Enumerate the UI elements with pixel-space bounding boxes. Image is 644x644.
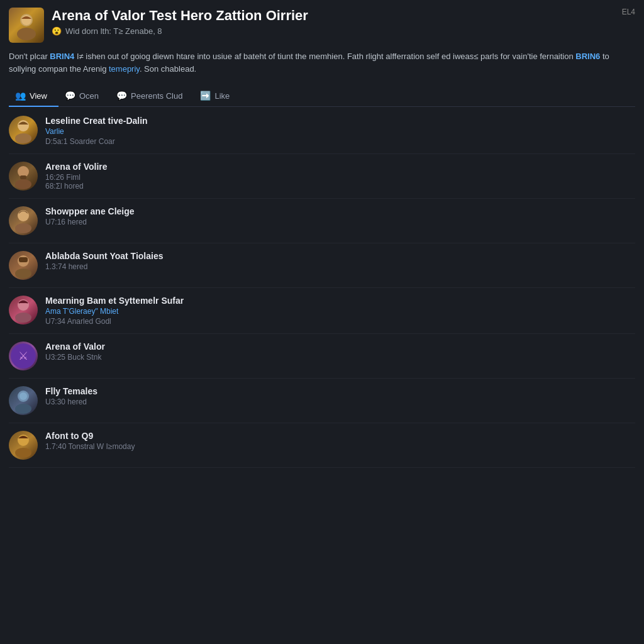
feed-item[interactable]: Flly Temales U3:30 hered: [9, 379, 635, 423]
feed-title: Afont to Q9: [45, 431, 635, 441]
header-text: Arena of Valor Test Hero Zattion Oirrier…: [52, 8, 635, 36]
tab-peerents-label: Peerents Clud: [131, 91, 182, 101]
svg-point-21: [15, 448, 31, 458]
feed-meta: 1.3:74 hered: [45, 262, 635, 271]
feed-title: Flly Temales: [45, 386, 635, 396]
feed-item[interactable]: Ablabda Sount Yoat Tiolaies 1.3:74 hered: [9, 243, 635, 288]
svg-point-19: [19, 392, 27, 400]
svg-text:⚔: ⚔: [18, 350, 28, 362]
svg-point-9: [15, 223, 31, 233]
tab-view[interactable]: 👥 View: [9, 86, 58, 107]
feed-list: Leseline Creat tive-Dalin Varlie D:5a:1 …: [9, 108, 635, 468]
avatar: [9, 162, 38, 191]
avatar: [9, 251, 38, 280]
feed-title: Leseline Creat tive-Dalin: [45, 116, 635, 126]
feed-title: Showpper ane Cleige: [45, 206, 635, 216]
tab-peerents-clud[interactable]: 💬 Peerents Clud: [110, 86, 194, 107]
tab-ocen-label: Ocen: [79, 91, 99, 101]
tab-like-label: Like: [214, 91, 230, 101]
svg-point-18: [15, 404, 31, 414]
feed-item[interactable]: Mearning Bam et Syttemelr Sufar Ama T'Gl…: [9, 288, 635, 334]
ocen-icon: 💬: [65, 91, 75, 101]
feed-title: Mearning Bam et Syttemelr Sufar: [45, 296, 635, 306]
highlight-1: ΒRIN4: [50, 52, 74, 61]
feed-meta: 16:26 Fiml: [45, 173, 635, 182]
subtitle-emoji: 😮: [52, 26, 62, 36]
highlight-2: ΒRIN6: [575, 52, 600, 61]
tab-view-label: View: [30, 91, 47, 101]
tabs-bar: 👥 View 💬 Ocen 💬 Peerents Clud ➡️ Like: [9, 86, 635, 107]
feed-meta: U3:25 Buck Stnk: [45, 353, 635, 362]
feed-content: Leseline Creat tive-Dalin Varlie D:5a:1 …: [45, 116, 635, 146]
feed-content: Arena of Volire 16:26 Fiml 68:Σl hored: [45, 162, 635, 191]
header-avatar: [9, 8, 44, 43]
svg-point-11: [15, 269, 31, 279]
feed-content: Mearning Bam et Syttemelr Sufar Ama T'Gl…: [45, 296, 635, 326]
body-text: Don't plcar ΒRIN4 I≠ ishen out of goiog …: [9, 50, 635, 75]
feed-item[interactable]: Leseline Creat tive-Dalin Varlie D:5a:1 …: [9, 108, 635, 154]
body-link[interactable]: temepriy: [109, 64, 140, 74]
subtitle-text: Wid dorn lth: T≥ Zenabe, 8: [65, 26, 162, 36]
feed-item[interactable]: Afont to Q9 1.7:40 Tonstral W I≥moday: [9, 423, 635, 468]
avatar: [9, 206, 38, 235]
feed-content: Afont to Q9 1.7:40 Tonstral W I≥moday: [45, 431, 635, 451]
feed-content: Flly Temales U3:30 hered: [45, 386, 635, 406]
svg-rect-7: [20, 175, 26, 179]
header: Arena of Valor Test Hero Zattion Oirrier…: [9, 8, 635, 43]
peerents-icon: 💬: [116, 91, 127, 101]
tab-like[interactable]: ➡️ Like: [194, 86, 241, 107]
feed-title: Ablabda Sount Yoat Tiolaies: [45, 251, 635, 261]
avatar: ⚔: [9, 341, 38, 370]
feed-item[interactable]: Arena of Volire 16:26 Fiml 68:Σl hored: [9, 154, 635, 199]
svg-point-8: [18, 210, 29, 221]
view-icon: 👥: [15, 91, 26, 101]
feed-subtitle: Ama T'Gleraey" Mbiet: [45, 307, 635, 316]
feed-subtitle: Varlie: [45, 127, 635, 136]
feed-meta: U7:16 hered: [45, 218, 635, 226]
feed-meta2: 68:Σl hored: [45, 182, 635, 191]
feed-content: Showpper ane Cleige U7:16 hered: [45, 206, 635, 226]
avatar: [9, 296, 38, 325]
avatar: [9, 116, 38, 145]
feed-meta: U3:30 hered: [45, 397, 635, 406]
page-wrapper: EL4 Arena of Valor Test Hero Zattion Oir…: [0, 0, 644, 475]
header-subtitle: 😮 Wid dorn lth: T≥ Zenabe, 8: [52, 26, 635, 36]
like-icon: ➡️: [200, 91, 211, 101]
avatar: [9, 431, 38, 460]
svg-point-1: [17, 28, 36, 40]
svg-rect-12: [19, 257, 28, 262]
feed-item[interactable]: Showpper ane Cleige U7:16 hered: [9, 199, 635, 243]
feed-meta: D:5a:1 Soarder Coar: [45, 137, 635, 146]
feed-item[interactable]: ⚔ Arena of Valor U3:25 Buck Stnk: [9, 334, 635, 379]
svg-point-14: [15, 313, 31, 323]
feed-title: Arena of Volire: [45, 162, 635, 172]
feed-title: Arena of Valor: [45, 341, 635, 352]
tab-ocen[interactable]: 💬 Ocen: [58, 86, 110, 107]
feed-meta: 1.7:40 Tonstral W I≥moday: [45, 442, 635, 451]
header-title: Arena of Valor Test Hero Zattion Oirrier: [52, 8, 635, 24]
feed-content: Arena of Valor U3:25 Buck Stnk: [45, 341, 635, 362]
feed-meta: U7:34 Anarled Godl: [45, 317, 635, 326]
feed-content: Ablabda Sount Yoat Tiolaies 1.3:74 hered: [45, 251, 635, 271]
svg-point-4: [15, 133, 31, 143]
avatar: [9, 386, 38, 415]
svg-point-6: [15, 179, 31, 189]
